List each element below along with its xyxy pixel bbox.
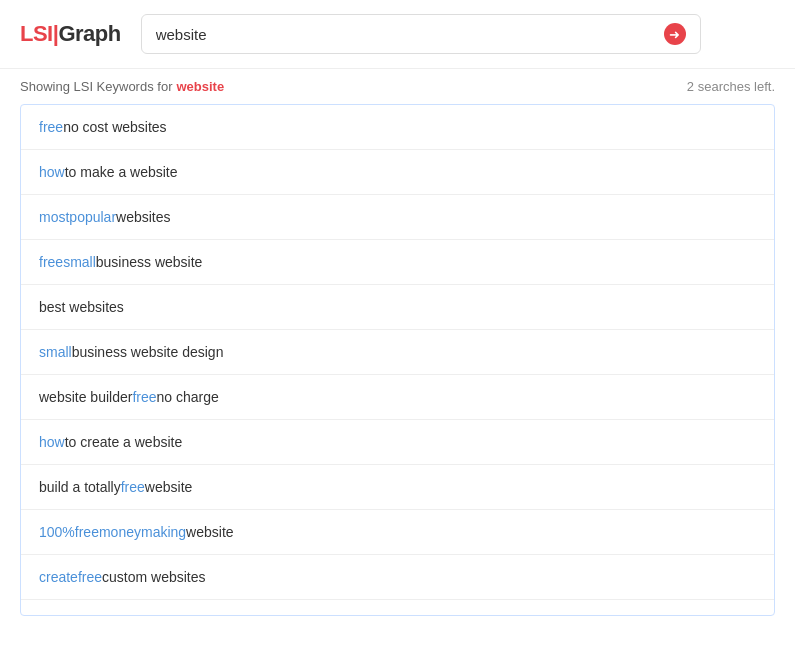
logo-graph: Graph <box>58 21 120 47</box>
search-arrow-icon: ➜ <box>664 23 686 45</box>
list-item[interactable]: 100% free money making website <box>21 510 774 555</box>
keyword-highlight: website <box>176 79 224 94</box>
header: LSI|Graph ➜ <box>0 0 795 69</box>
logo-lsi: LSI <box>20 21 53 47</box>
results-list: free no cost websiteshow to make a websi… <box>21 105 774 615</box>
search-bar: ➜ <box>141 14 701 54</box>
searches-left: 2 searches left. <box>687 79 775 94</box>
list-item[interactable]: how to make a website <box>21 150 774 195</box>
search-button[interactable]: ➜ <box>664 23 686 45</box>
list-item[interactable]: most popular websites <box>21 195 774 240</box>
search-input[interactable] <box>156 26 664 43</box>
logo: LSI|Graph <box>20 21 121 47</box>
showing-label: Showing LSI Keywords for <box>20 79 172 94</box>
list-item[interactable]: create free custom websites <box>21 555 774 600</box>
list-item[interactable]: build a totally free website <box>21 465 774 510</box>
list-item[interactable]: free small business website <box>21 240 774 285</box>
results-container: free no cost websiteshow to make a websi… <box>20 104 775 616</box>
list-item[interactable]: free no cost websites <box>21 105 774 150</box>
subheader: Showing LSI Keywords for website 2 searc… <box>0 69 795 104</box>
list-item[interactable]: website builder free no charge <box>21 375 774 420</box>
subheader-text: Showing LSI Keywords for website <box>20 79 224 94</box>
list-item[interactable]: small business website design <box>21 330 774 375</box>
list-item[interactable]: best websites <box>21 285 774 330</box>
list-item[interactable]: how to create a website <box>21 420 774 465</box>
list-item[interactable]: build my own website free <box>21 600 774 615</box>
